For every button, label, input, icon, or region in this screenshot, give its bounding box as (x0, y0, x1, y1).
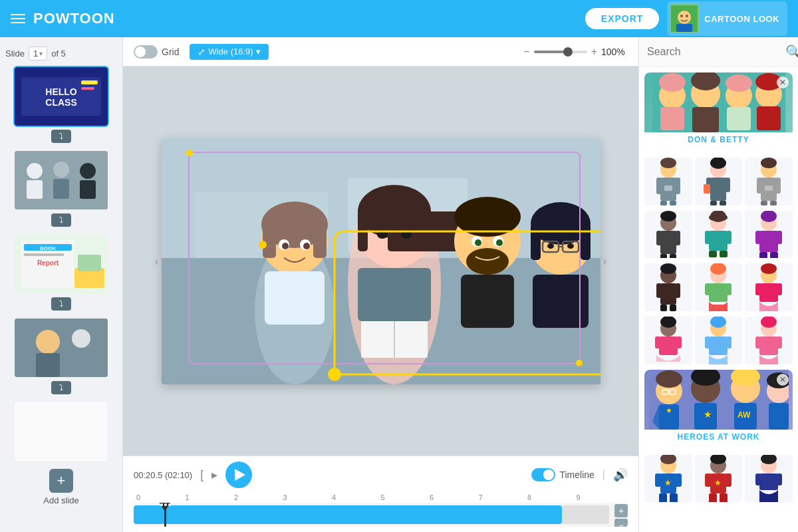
slide-2-action: ⤵ (15, 213, 108, 227)
svg-rect-49 (358, 211, 368, 251)
char-cell-5[interactable] (695, 211, 743, 259)
svg-rect-104 (704, 184, 710, 194)
svg-rect-134 (770, 252, 778, 259)
slide-thumbnail-1[interactable]: HELLO CLASS (15, 67, 108, 126)
play-button[interactable] (225, 462, 252, 488)
svg-rect-137 (660, 283, 676, 305)
export-button[interactable]: EXPORT (585, 8, 660, 29)
svg-rect-30 (15, 402, 108, 461)
svg-rect-161 (705, 336, 710, 348)
timeline-zoom-minus[interactable]: − (614, 519, 628, 527)
svg-rect-127 (720, 251, 728, 257)
svg-rect-145 (705, 283, 710, 295)
search-bar: 🔍 (639, 37, 798, 67)
svg-rect-131 (755, 231, 761, 244)
svg-text:★: ★ (704, 409, 712, 420)
aspect-ratio-label: Wide (16:9) (208, 47, 253, 57)
timeline-num-6: 6 (430, 493, 434, 501)
char-cell-12[interactable] (745, 317, 793, 364)
zoom-plus-button[interactable]: + (591, 46, 597, 58)
char-cell-9[interactable] (745, 263, 793, 311)
svg-rect-124 (705, 231, 710, 244)
heroes-banner[interactable]: ✕ (644, 370, 793, 430)
zoom-control: − + 100% (523, 46, 628, 58)
timeline-num-9: 9 (577, 493, 581, 501)
export-icon: ⤵ (59, 132, 63, 141)
timeline-track-bar (134, 505, 609, 524)
search-input[interactable] (647, 46, 780, 58)
zoom-minus-button[interactable]: − (523, 46, 529, 58)
resize-handle-right[interactable]: › (600, 255, 610, 267)
svg-point-78 (659, 73, 686, 92)
svg-rect-166 (755, 336, 761, 348)
svg-rect-17 (80, 180, 96, 199)
main-layout: Slide 1 ▾ of 5 HELLO CLASS (0, 37, 798, 532)
zoom-slider[interactable] (534, 51, 587, 53)
resize-handle-left[interactable]: ‹ (152, 255, 162, 267)
timeline-toggle-track[interactable] (531, 468, 555, 481)
slide-4-export-btn[interactable]: ⤵ (51, 381, 71, 394)
slide-3-export-btn[interactable]: ⤵ (51, 297, 71, 311)
char-cell-11[interactable] (695, 317, 743, 364)
svg-rect-108 (757, 178, 762, 194)
heroes-close[interactable]: ✕ (777, 374, 789, 386)
cartoon-look-badge[interactable]: CARTOON LOOK (667, 1, 787, 36)
svg-point-51 (377, 231, 388, 239)
menu-button[interactable] (11, 14, 25, 23)
don-betty-banner[interactable]: ✕ (644, 72, 793, 132)
svg-point-2 (680, 15, 683, 17)
volume-icon[interactable]: 🔊 (613, 467, 628, 482)
char-cell-6[interactable] (745, 211, 793, 259)
svg-rect-204 (759, 473, 778, 490)
timeline-bar-area[interactable]: + − (134, 503, 628, 527)
char-cell-2[interactable] (695, 158, 743, 205)
svg-rect-112 (765, 186, 773, 191)
timeline-zoom-plus[interactable]: + (614, 504, 628, 517)
svg-rect-133 (759, 252, 767, 259)
zoom-handle[interactable] (563, 47, 573, 57)
svg-point-27 (36, 330, 60, 354)
slide-thumbnail-2[interactable] (15, 151, 108, 209)
char-cell-4[interactable] (644, 211, 692, 259)
main-canvas[interactable] (162, 138, 600, 384)
hero-char-1[interactable]: ★ (644, 455, 692, 503)
char-cell-7[interactable] (644, 263, 692, 311)
char-cell-10[interactable] (644, 317, 692, 364)
don-betty-close[interactable]: ✕ (777, 76, 789, 88)
svg-rect-103 (720, 201, 726, 205)
slide-thumbnail-5[interactable] (15, 402, 108, 461)
grid-toggle-track[interactable] (134, 45, 158, 59)
svg-rect-111 (770, 201, 777, 205)
slide-thumbnail-3[interactable]: BOOK Report (15, 235, 108, 293)
hero-char-2[interactable]: ★ (695, 455, 743, 503)
add-slide-button[interactable]: + Add slide (43, 469, 78, 505)
char-cell-8[interactable] (695, 263, 743, 311)
slide-thumbnail-4[interactable] (15, 319, 108, 377)
svg-rect-101 (725, 178, 730, 192)
svg-rect-162 (726, 336, 732, 348)
svg-rect-165 (759, 336, 778, 355)
svg-rect-45 (265, 271, 325, 325)
grid-toggle[interactable]: Grid (134, 45, 179, 59)
time-display: 00:20.5 (02:10) (134, 470, 192, 480)
toolbar: Grid ⤢ Wide (16:9) ▾ − + 100% (123, 37, 638, 66)
slide-1-export-btn[interactable]: ⤵ (51, 130, 71, 143)
heroes-at-work-label: HEROES AT WORK (644, 430, 793, 447)
frame-start-bracket[interactable]: [ (200, 468, 203, 482)
slide-2-export-btn[interactable]: ⤵ (51, 213, 71, 227)
timeline-label: Timeline (559, 469, 594, 480)
right-panel: 🔍 ✕ (638, 37, 798, 532)
frame-end-bracket[interactable]: ▸ (211, 467, 217, 482)
char-cell-3[interactable] (745, 158, 793, 205)
slide-5-preview (15, 402, 108, 461)
slide-number-selector[interactable]: 1 ▾ (29, 47, 47, 61)
timeline-marker (159, 503, 171, 514)
char-cell-1[interactable] (644, 158, 692, 205)
char-grid-heroes: ★ ★ (644, 455, 793, 503)
timeline-zoom-buttons: + − (614, 504, 628, 527)
svg-rect-13 (27, 180, 43, 199)
search-icon[interactable]: 🔍 (785, 44, 798, 60)
hero-char-3[interactable] (745, 455, 793, 503)
aspect-ratio-button[interactable]: ⤢ Wide (16:9) ▾ (190, 44, 268, 60)
svg-rect-22 (24, 253, 64, 256)
